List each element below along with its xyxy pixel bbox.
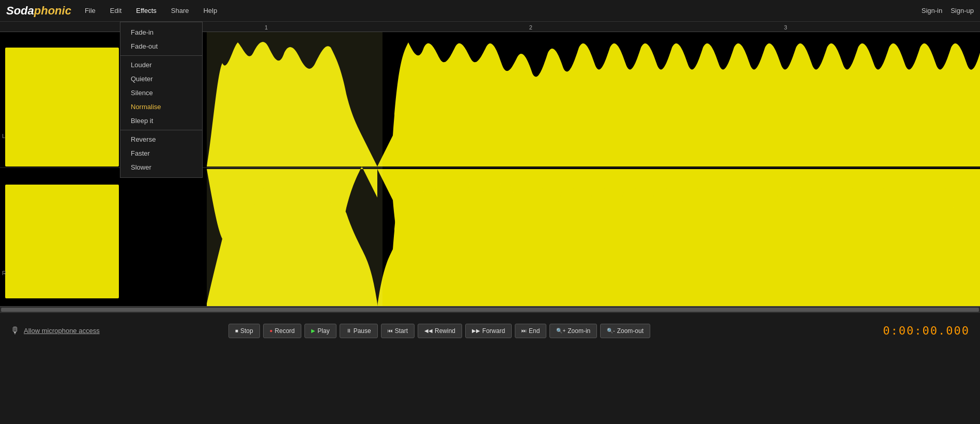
time-display: 0:00:00.000 — [883, 324, 970, 337]
effects-divider-2 — [120, 130, 202, 130]
horizontal-scrollbar[interactable] — [0, 306, 980, 312]
auth-links: Sign-in Sign-up — [922, 7, 974, 14]
effects-reverse[interactable]: Reverse — [120, 132, 202, 146]
zoom-in-button[interactable]: 🔍+ Zoom-in — [549, 324, 597, 338]
zoom-in-icon: 🔍+ — [556, 328, 565, 334]
effects-faster[interactable]: Faster — [120, 146, 202, 160]
zoom-in-label: Zoom-in — [568, 327, 590, 335]
forward-icon: ▶▶ — [472, 328, 480, 334]
ruler-tick-3: 3 — [784, 24, 787, 31]
signin-link[interactable]: Sign-in — [922, 7, 942, 14]
channel-label-L: L — [2, 133, 5, 139]
pause-icon: ⏸ — [346, 328, 351, 334]
end-label: End — [529, 327, 540, 335]
play-button[interactable]: ▶ Play — [304, 324, 336, 338]
header: Sodaphonic File Edit Effects Share Help … — [0, 0, 980, 22]
rewind-icon: ◀◀ — [424, 328, 433, 334]
forward-button[interactable]: ▶▶ Forward — [465, 324, 512, 338]
svg-rect-4 — [207, 32, 382, 306]
signup-link[interactable]: Sign-up — [951, 7, 974, 14]
nav-effects[interactable]: Effects — [133, 5, 160, 17]
logo: Sodaphonic — [6, 4, 71, 18]
nav-file[interactable]: File — [82, 5, 99, 17]
zoom-out-icon: 🔍- — [607, 328, 615, 334]
effects-fade-in[interactable]: Fade-in — [120, 25, 202, 39]
record-icon: ● — [270, 328, 273, 334]
record-button[interactable]: ● Record — [263, 324, 302, 338]
stop-button[interactable]: ■ Stop — [228, 324, 260, 338]
ruler-tick-1: 1 — [265, 24, 268, 31]
effects-silence[interactable]: Silence — [120, 86, 202, 100]
end-icon: ⏭ — [522, 328, 527, 334]
effects-louder[interactable]: Louder — [120, 58, 202, 72]
pause-label: Pause — [354, 327, 371, 335]
start-label: Start — [395, 327, 408, 335]
scroll-thumb[interactable] — [1, 308, 979, 312]
start-button[interactable]: ⏮ Start — [381, 324, 415, 338]
forward-label: Forward — [482, 327, 505, 335]
effects-normalise[interactable]: Normalise — [120, 100, 202, 114]
rewind-button[interactable]: ◀◀ Rewind — [418, 324, 462, 338]
effects-dropdown: Fade-in Fade-out Louder Quieter Silence … — [120, 22, 203, 178]
rewind-label: Rewind — [435, 327, 455, 335]
play-icon: ▶ — [311, 328, 315, 334]
effects-fade-out[interactable]: Fade-out — [120, 39, 202, 53]
transport-controls: ■ Stop ● Record ▶ Play ⏸ Pause ⏮ Start ◀… — [228, 324, 650, 338]
svg-rect-2 — [5, 185, 119, 298]
svg-rect-1 — [5, 48, 119, 166]
pause-button[interactable]: ⏸ Pause — [340, 324, 378, 338]
effects-slower[interactable]: Slower — [120, 160, 202, 174]
channel-label-R: R — [2, 270, 6, 276]
mic-section: 🎙 Allow microphone access — [10, 325, 100, 336]
effects-bleep-it[interactable]: Bleep it — [120, 114, 202, 128]
effects-quieter[interactable]: Quieter — [120, 72, 202, 86]
record-label: Record — [275, 327, 295, 335]
mic-access-text[interactable]: Allow microphone access — [24, 327, 100, 335]
nav-share[interactable]: Share — [168, 5, 192, 17]
start-icon: ⏮ — [388, 328, 393, 334]
effects-divider-1 — [120, 55, 202, 56]
play-label: Play — [317, 327, 329, 335]
nav-help[interactable]: Help — [200, 5, 220, 17]
end-button[interactable]: ⏭ End — [515, 324, 546, 338]
stop-icon: ■ — [235, 328, 238, 334]
microphone-icon: 🎙 — [10, 325, 20, 336]
stop-label: Stop — [240, 327, 253, 335]
ruler-tick-2: 2 — [529, 24, 532, 31]
toolbar: 🎙 Allow microphone access ■ Stop ● Recor… — [0, 312, 980, 349]
nav-edit[interactable]: Edit — [107, 5, 125, 17]
zoom-out-label: Zoom-out — [617, 327, 644, 335]
zoom-out-button[interactable]: 🔍- Zoom-out — [600, 324, 650, 338]
